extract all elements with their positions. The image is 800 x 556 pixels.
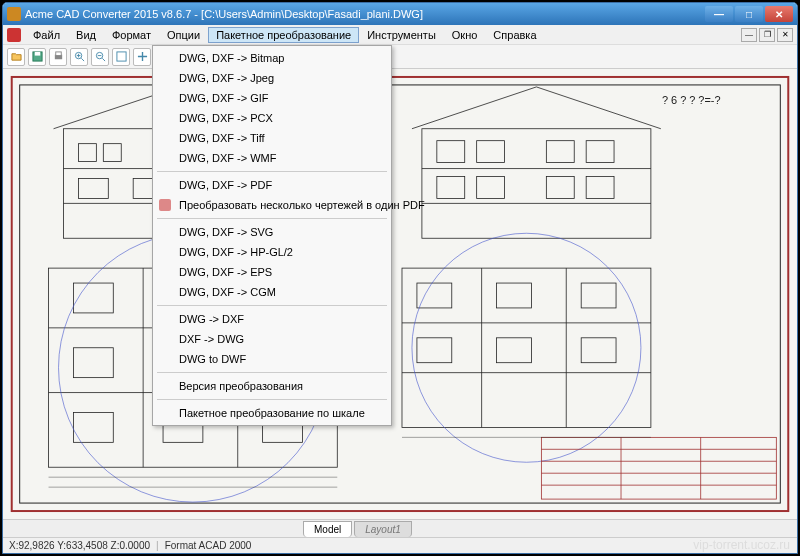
svg-rect-62: [417, 338, 452, 363]
drawing-label: ? 6 ? ? ?=-?: [662, 94, 721, 106]
mdi-minimize-button[interactable]: —: [741, 28, 757, 42]
menu-опции[interactable]: Опции: [159, 27, 208, 43]
window-controls: — □ ✕: [705, 6, 793, 22]
svg-rect-33: [546, 141, 574, 163]
status-separator: |: [156, 540, 159, 551]
menu-item[interactable]: DWG, DXF -> HP-GL/2: [155, 242, 389, 262]
menu-item[interactable]: DWG, DXF -> CGM: [155, 282, 389, 302]
menu-инструменты[interactable]: Инструменты: [359, 27, 444, 43]
menu-item[interactable]: DWG, DXF -> Tiff: [155, 128, 389, 148]
menu-item[interactable]: DWG, DXF -> EPS: [155, 262, 389, 282]
titlebar: Acme CAD Converter 2015 v8.6.7 - [C:\Use…: [3, 3, 797, 25]
svg-rect-1: [34, 52, 40, 56]
svg-rect-24: [78, 179, 108, 199]
cad-drawing: ? 6 ? ? ?=-?: [3, 69, 797, 519]
layout-tabs: Model Layout1: [3, 519, 797, 537]
drawing-area[interactable]: ? 6 ? ? ?=-?: [3, 69, 797, 519]
menu-item[interactable]: DWG, DXF -> PCX: [155, 108, 389, 128]
svg-rect-44: [73, 283, 113, 313]
maximize-button[interactable]: □: [735, 6, 763, 22]
tab-model[interactable]: Model: [303, 521, 352, 537]
menu-item[interactable]: DWG -> DXF: [155, 309, 389, 329]
mdi-close-button[interactable]: ✕: [777, 28, 793, 42]
menu-separator: [157, 305, 387, 306]
svg-point-65: [412, 233, 641, 462]
menu-item[interactable]: DWG, DXF -> PDF: [155, 175, 389, 195]
svg-rect-38: [586, 177, 614, 199]
menu-item[interactable]: DWG to DWF: [155, 349, 389, 369]
mdi-icon: [7, 28, 21, 42]
svg-rect-13: [12, 77, 789, 511]
svg-line-5: [81, 58, 84, 61]
svg-rect-14: [20, 85, 781, 503]
menu-separator: [157, 372, 387, 373]
close-button[interactable]: ✕: [765, 6, 793, 22]
toolbar: [3, 45, 797, 69]
svg-rect-18: [78, 144, 96, 162]
menu-separator: [157, 218, 387, 219]
mdi-restore-button[interactable]: ❐: [759, 28, 775, 42]
svg-rect-31: [437, 141, 465, 163]
file-format: Format ACAD 2000: [165, 540, 252, 551]
zoom-extents-button[interactable]: [112, 48, 130, 66]
menu-item[interactable]: DWG, DXF -> WMF: [155, 148, 389, 168]
menu-item[interactable]: DWG, DXF -> GIF: [155, 88, 389, 108]
svg-rect-28: [422, 129, 651, 239]
svg-rect-47: [73, 348, 113, 378]
menu-separator: [157, 171, 387, 172]
svg-rect-59: [417, 283, 452, 308]
menu-пакетное преобразование[interactable]: Пакетное преобразование: [208, 27, 359, 43]
window-title: Acme CAD Converter 2015 v8.6.7 - [C:\Use…: [25, 8, 705, 20]
menu-item[interactable]: DWG, DXF -> Jpeg: [155, 68, 389, 88]
cursor-coords: X:92,9826 Y:633,4508 Z:0.0000: [9, 540, 150, 551]
svg-rect-63: [497, 338, 532, 363]
pan-button[interactable]: [133, 48, 151, 66]
menu-separator: [157, 399, 387, 400]
svg-rect-36: [477, 177, 505, 199]
svg-rect-64: [581, 338, 616, 363]
app-window: Acme CAD Converter 2015 v8.6.7 - [C:\Use…: [2, 2, 798, 554]
menubar: ФайлВидФорматОпцииПакетное преобразовани…: [3, 25, 797, 45]
menu-item[interactable]: DXF -> DWG: [155, 329, 389, 349]
svg-rect-11: [116, 52, 125, 61]
menu-item[interactable]: Версия преобразования: [155, 376, 389, 396]
menu-item[interactable]: Преобразовать несколько чертежей в один …: [155, 195, 389, 215]
menu-формат[interactable]: Формат: [104, 27, 159, 43]
svg-rect-34: [586, 141, 614, 163]
menu-файл[interactable]: Файл: [25, 27, 68, 43]
svg-rect-61: [581, 283, 616, 308]
svg-rect-60: [497, 283, 532, 308]
menu-item[interactable]: DWG, DXF -> SVG: [155, 222, 389, 242]
svg-rect-3: [55, 52, 61, 56]
app-icon: [7, 7, 21, 21]
zoom-out-button[interactable]: [91, 48, 109, 66]
svg-rect-66: [541, 437, 776, 499]
svg-rect-32: [477, 141, 505, 163]
menu-справка[interactable]: Справка: [485, 27, 544, 43]
svg-rect-50: [73, 412, 113, 442]
svg-rect-37: [546, 177, 574, 199]
statusbar: X:92,9826 Y:633,4508 Z:0.0000 | Format A…: [3, 537, 797, 553]
menu-окно[interactable]: Окно: [444, 27, 486, 43]
svg-rect-19: [103, 144, 121, 162]
print-button[interactable]: [49, 48, 67, 66]
menu-item[interactable]: DWG, DXF -> Bitmap: [155, 48, 389, 68]
save-button[interactable]: [28, 48, 46, 66]
open-file-button[interactable]: [7, 48, 25, 66]
svg-rect-54: [402, 268, 651, 427]
svg-line-9: [102, 58, 105, 61]
batch-convert-menu: DWG, DXF -> BitmapDWG, DXF -> JpegDWG, D…: [152, 45, 392, 426]
menu-вид[interactable]: Вид: [68, 27, 104, 43]
minimize-button[interactable]: —: [705, 6, 733, 22]
zoom-in-button[interactable]: [70, 48, 88, 66]
tab-layout1[interactable]: Layout1: [354, 521, 412, 537]
menu-item[interactable]: Пакетное преобразование по шкале: [155, 403, 389, 423]
mdi-controls: — ❐ ✕: [741, 28, 797, 42]
svg-rect-35: [437, 177, 465, 199]
